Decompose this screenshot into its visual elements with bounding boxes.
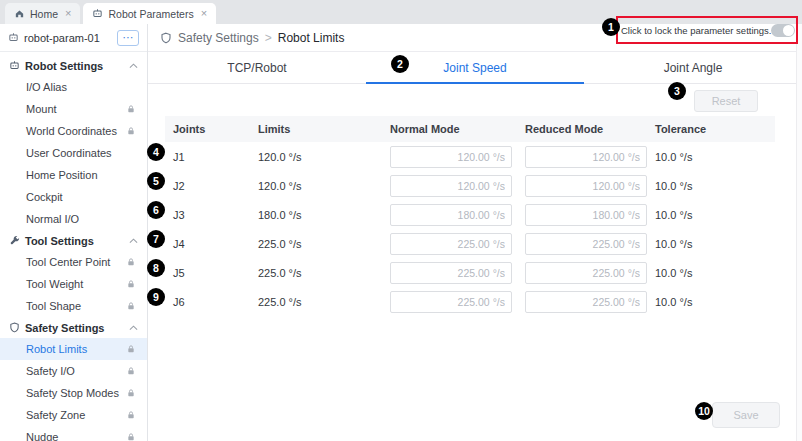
item-label: Robot Limits bbox=[26, 343, 87, 355]
joint-speed-table: Joints Limits Normal Mode Reduced Mode T… bbox=[165, 116, 775, 316]
close-icon[interactable]: × bbox=[65, 8, 71, 19]
item-label: User Coordinates bbox=[26, 147, 112, 159]
tolerance-value: 10.0 °/s bbox=[647, 151, 775, 163]
sidebar-item-normal-io[interactable]: Normal I/O bbox=[0, 208, 147, 230]
save-button[interactable]: Save bbox=[712, 402, 780, 428]
tab-label: TCP/Robot bbox=[227, 61, 286, 75]
tolerance-value: 10.0 °/s bbox=[647, 209, 775, 221]
lock-icon bbox=[126, 279, 136, 289]
lock-icon bbox=[126, 126, 136, 136]
window-tabbar: Home × Robot Parameters × bbox=[0, 0, 802, 24]
normal-mode-input-j4[interactable] bbox=[390, 233, 512, 255]
reset-button[interactable]: Reset bbox=[694, 90, 758, 112]
chevron-up-icon bbox=[129, 238, 138, 244]
column-header-normal-mode: Normal Mode bbox=[382, 123, 517, 135]
tab-joint-speed[interactable]: Joint Speed bbox=[366, 52, 584, 83]
sidebar-item-tool-weight[interactable]: Tool Weight bbox=[0, 273, 147, 295]
sidebar-item-tool-shape[interactable]: Tool Shape bbox=[0, 295, 147, 317]
sidebar-item-safety-stop-modes[interactable]: Safety Stop Modes bbox=[0, 382, 147, 404]
window-tab-label: Home bbox=[30, 8, 58, 20]
lock-icon bbox=[126, 344, 136, 354]
breadcrumb-separator: > bbox=[265, 31, 272, 45]
sidebar-device-header: robot-param-01 ⋯ bbox=[0, 24, 147, 52]
reduced-mode-input-j6[interactable] bbox=[525, 291, 647, 313]
item-label: Cockpit bbox=[26, 191, 63, 203]
shield-icon bbox=[160, 32, 172, 44]
sidebar-item-io-alias[interactable]: I/O Alias bbox=[0, 76, 147, 98]
more-options-button[interactable]: ⋯ bbox=[117, 30, 139, 46]
toggle-knob bbox=[783, 25, 794, 36]
column-header-tolerance: Tolerance bbox=[647, 123, 775, 135]
sidebar-item-nudge[interactable]: Nudge bbox=[0, 426, 147, 441]
normal-mode-input-j5[interactable] bbox=[390, 262, 512, 284]
lock-icon bbox=[126, 366, 136, 376]
item-label: Tool Weight bbox=[26, 278, 83, 290]
chevron-up-icon bbox=[129, 63, 138, 69]
reduced-mode-input-j4[interactable] bbox=[525, 233, 647, 255]
joint-label: J4 bbox=[165, 238, 250, 250]
lock-icon bbox=[126, 388, 136, 398]
item-label: Safety Zone bbox=[26, 409, 85, 421]
reduced-mode-input-j1[interactable] bbox=[525, 146, 647, 168]
table-row-j2: J2 120.0 °/s 10.0 °/s bbox=[165, 171, 775, 200]
lock-settings-banner: Click to lock the parameter settings. bbox=[621, 22, 793, 38]
item-label: Tool Shape bbox=[26, 300, 81, 312]
joint-label: J3 bbox=[165, 209, 250, 221]
normal-mode-input-j3[interactable] bbox=[390, 204, 512, 226]
tolerance-value: 10.0 °/s bbox=[647, 238, 775, 250]
chevron-up-icon bbox=[129, 325, 138, 331]
item-label: Safety I/O bbox=[26, 365, 75, 377]
normal-mode-input-j2[interactable] bbox=[390, 175, 512, 197]
item-label: Tool Center Point bbox=[26, 256, 110, 268]
reduced-mode-input-j3[interactable] bbox=[525, 204, 647, 226]
item-label: Nudge bbox=[26, 431, 58, 441]
sidebar-section-safety-settings[interactable]: Safety Settings bbox=[0, 317, 147, 338]
section-label: Tool Settings bbox=[25, 235, 94, 247]
window-tab-robot-parameters[interactable]: Robot Parameters × bbox=[83, 3, 216, 24]
limit-value: 120.0 °/s bbox=[250, 180, 382, 192]
sidebar-item-mount[interactable]: Mount bbox=[0, 98, 147, 120]
column-header-reduced-mode: Reduced Mode bbox=[517, 123, 647, 135]
limit-value: 120.0 °/s bbox=[250, 151, 382, 163]
sidebar-section-tool-settings[interactable]: Tool Settings bbox=[0, 230, 147, 251]
sidebar-item-robot-limits[interactable]: Robot Limits bbox=[0, 338, 147, 360]
item-label: Normal I/O bbox=[26, 213, 79, 225]
breadcrumb-parent[interactable]: Safety Settings bbox=[178, 31, 259, 45]
lock-icon bbox=[126, 104, 136, 114]
sidebar-item-home-position[interactable]: Home Position bbox=[0, 164, 147, 186]
device-name: robot-param-01 bbox=[24, 32, 112, 44]
limit-value: 225.0 °/s bbox=[250, 296, 382, 308]
vertical-scrollbar[interactable] bbox=[796, 24, 802, 441]
tab-joint-angle[interactable]: Joint Angle bbox=[584, 52, 802, 83]
normal-mode-input-j6[interactable] bbox=[390, 291, 512, 313]
normal-mode-input-j1[interactable] bbox=[390, 146, 512, 168]
shield-icon bbox=[9, 322, 20, 333]
sidebar-item-user-coordinates[interactable]: User Coordinates bbox=[0, 142, 147, 164]
sidebar-item-safety-io[interactable]: Safety I/O bbox=[0, 360, 147, 382]
sidebar-item-world-coordinates[interactable]: World Coordinates bbox=[0, 120, 147, 142]
sidebar-item-safety-zone[interactable]: Safety Zone bbox=[0, 404, 147, 426]
table-header-row: Joints Limits Normal Mode Reduced Mode T… bbox=[165, 116, 775, 142]
table-row-j6: J6 225.0 °/s 10.0 °/s bbox=[165, 287, 775, 316]
reduced-mode-input-j2[interactable] bbox=[525, 175, 647, 197]
robot-icon bbox=[9, 60, 20, 71]
joint-label: J6 bbox=[165, 296, 250, 308]
tab-tcp-robot[interactable]: TCP/Robot bbox=[148, 52, 366, 83]
close-icon[interactable]: × bbox=[201, 8, 207, 19]
lock-toggle[interactable] bbox=[771, 24, 795, 37]
joint-label: J2 bbox=[165, 180, 250, 192]
window-tab-home[interactable]: Home × bbox=[5, 3, 80, 24]
sidebar-item-cockpit[interactable]: Cockpit bbox=[0, 186, 147, 208]
section-label: Robot Settings bbox=[25, 60, 103, 72]
sidebar-item-tool-center-point[interactable]: Tool Center Point bbox=[0, 251, 147, 273]
wrench-icon bbox=[9, 235, 20, 246]
item-label: Home Position bbox=[26, 169, 98, 181]
item-label: Safety Stop Modes bbox=[26, 387, 119, 399]
column-header-limits: Limits bbox=[250, 123, 382, 135]
reduced-mode-input-j5[interactable] bbox=[525, 262, 647, 284]
sidebar-section-robot-settings[interactable]: Robot Settings bbox=[0, 55, 147, 76]
limit-value: 180.0 °/s bbox=[250, 209, 382, 221]
joint-label: J1 bbox=[165, 151, 250, 163]
robot-icon bbox=[8, 32, 19, 43]
parameter-tabs: TCP/Robot Joint Speed Joint Angle bbox=[148, 52, 802, 84]
